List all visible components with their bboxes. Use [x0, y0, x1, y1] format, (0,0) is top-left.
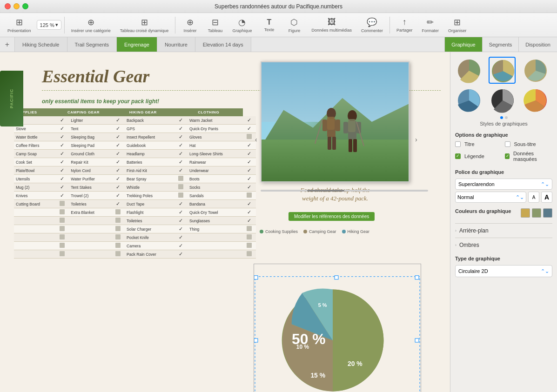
table-check-cell[interactable]: ✓	[174, 208, 188, 217]
table-check-cell[interactable]	[243, 242, 256, 250]
table-check-cell[interactable]: ✓	[174, 166, 188, 175]
table-check-cell[interactable]	[55, 200, 69, 208]
toolbar-pivot[interactable]: ⊞ Tableau croisé dynamique	[116, 16, 173, 34]
table-check-cell[interactable]: ✓	[112, 158, 125, 166]
table-check-cell[interactable]: ✓	[55, 192, 69, 200]
toolbar-formater[interactable]: ✏ Formater	[418, 16, 443, 34]
table-check-cell[interactable]	[112, 208, 125, 217]
chart-scrollbar[interactable]	[261, 189, 428, 192]
table-check-cell[interactable]	[243, 133, 256, 141]
table-check-cell[interactable]: ✓	[55, 166, 69, 175]
color-swatch-1[interactable]	[521, 208, 530, 218]
table-check-cell[interactable]: ✓	[174, 217, 188, 225]
table-check-cell[interactable]	[243, 233, 256, 242]
nav-right-arrow[interactable]: ›	[415, 136, 417, 143]
toolbar-graphique[interactable]: ◔ Graphique	[228, 16, 255, 34]
table-check-cell[interactable]: ✓	[174, 150, 188, 158]
font-size-large-button[interactable]: A	[541, 192, 552, 203]
toolbar-media[interactable]: 🖼 Données multimédias	[308, 16, 356, 34]
chart-style-3[interactable]	[522, 57, 549, 84]
minimize-button[interactable]	[13, 3, 20, 9]
table-check-cell[interactable]: ✓	[55, 175, 69, 183]
table-check-cell[interactable]	[55, 250, 69, 259]
table-check-cell[interactable]: ✓	[55, 183, 69, 192]
table-check-cell[interactable]	[55, 242, 69, 250]
table-check-cell[interactable]: ✓	[174, 233, 188, 242]
table-check-cell[interactable]	[112, 242, 125, 250]
table-check-cell[interactable]: ✓	[55, 141, 69, 150]
table-check-cell[interactable]: ✓	[112, 125, 125, 133]
table-check-cell[interactable]: ✓	[112, 192, 125, 200]
chart-style-5[interactable]	[489, 86, 516, 113]
option-donnees-checkbox[interactable]	[505, 153, 510, 159]
toolbar-insert[interactable]: ⊕ Insérer	[178, 16, 201, 34]
table-check-cell[interactable]: ✓	[243, 175, 256, 183]
table-check-cell[interactable]	[112, 250, 125, 259]
toolbar-insert-category[interactable]: ⊕ Insérer une catégorie	[67, 16, 114, 34]
table-check-cell[interactable]: ✓	[174, 200, 188, 208]
toolbar-texte[interactable]: T Texte	[257, 17, 281, 33]
color-swatch-2[interactable]	[532, 208, 541, 218]
table-check-cell[interactable]: ✓	[243, 200, 256, 208]
tab-elevation[interactable]: Elevation 14 days	[195, 37, 251, 52]
tab-engrenage[interactable]: Engrenage	[117, 37, 157, 52]
tab-add-button[interactable]: +	[0, 37, 15, 52]
table-check-cell[interactable]	[55, 225, 69, 233]
table-check-cell[interactable]: ✓	[243, 116, 256, 125]
style-dot-1[interactable]	[500, 116, 503, 119]
table-check-cell[interactable]: ✓	[112, 133, 125, 141]
table-check-cell[interactable]	[243, 225, 256, 233]
table-check-cell[interactable]: ✓	[174, 158, 188, 166]
close-button[interactable]	[5, 3, 11, 9]
toolbar-presentation[interactable]: ⊞ Présentation	[4, 16, 35, 34]
table-check-cell[interactable]: ✓	[243, 158, 256, 166]
table-check-cell[interactable]: ✓	[174, 242, 188, 250]
type-dropdown[interactable]: Circulaire 2D ⌃⌄	[455, 265, 552, 277]
table-check-cell[interactable]	[174, 183, 188, 192]
font-name-select[interactable]: Superclarendon ⌃⌄	[455, 179, 552, 190]
chart-style-4[interactable]	[455, 86, 482, 113]
chart-edit-button[interactable]: Modifier les références des données	[289, 212, 375, 221]
toolbar-organiser[interactable]: ⊞ Organiser	[444, 16, 470, 34]
table-check-cell[interactable]: ✓	[112, 150, 125, 158]
tab-disposition-right[interactable]: Disposition	[518, 37, 557, 52]
table-check-cell[interactable]: ✓	[55, 158, 69, 166]
table-check-cell[interactable]: ✓	[112, 200, 125, 208]
table-check-cell[interactable]: ✓	[243, 208, 256, 217]
font-style-select[interactable]: Normal ⌃⌄	[455, 192, 526, 203]
chart-style-6[interactable]	[522, 86, 549, 113]
table-check-cell[interactable]	[55, 233, 69, 242]
table-check-cell[interactable]: ✓	[243, 183, 256, 192]
table-check-cell[interactable]	[112, 217, 125, 225]
table-check-cell[interactable]: ✓	[112, 183, 125, 192]
color-swatch-3[interactable]	[543, 208, 552, 218]
window-controls[interactable]	[5, 3, 28, 9]
table-check-cell[interactable]	[112, 233, 125, 242]
ombres-section[interactable]: › Ombres	[455, 238, 552, 252]
chart-area[interactable]: 50 % 20 % 15 % 10 % 5 %	[254, 264, 421, 392]
nav-left-arrow[interactable]: ‹	[255, 136, 257, 143]
toolbar-commenter[interactable]: 💬 Commenter	[357, 16, 387, 34]
tab-nourriture[interactable]: Nourriture	[157, 37, 195, 52]
table-check-cell[interactable]	[174, 175, 188, 183]
table-check-cell[interactable]: ✓	[243, 125, 256, 133]
style-dot-2[interactable]	[505, 116, 508, 119]
table-check-cell[interactable]: ✓	[112, 175, 125, 183]
table-check-cell[interactable]	[55, 217, 69, 225]
table-check-cell[interactable]: ✓	[243, 166, 256, 175]
table-check-cell[interactable]: ✓	[112, 141, 125, 150]
table-check-cell[interactable]: ✓	[112, 116, 125, 125]
table-check-cell[interactable]: ✓	[55, 125, 69, 133]
tab-hiking-schedule[interactable]: Hiking Schedule	[15, 37, 67, 52]
toolbar-tableau[interactable]: ⊟ Tableau	[203, 16, 227, 34]
maximize-button[interactable]	[22, 3, 28, 9]
table-check-cell[interactable]	[174, 192, 188, 200]
table-check-cell[interactable]: ✓	[112, 166, 125, 175]
table-check-cell[interactable]: ✓	[174, 116, 188, 125]
tab-graphique-right[interactable]: Graphique	[444, 37, 482, 52]
table-check-cell[interactable]: ✓	[174, 250, 188, 259]
table-check-cell[interactable]: ✓	[174, 125, 188, 133]
option-titre-checkbox[interactable]	[455, 141, 461, 147]
tab-segments-right[interactable]: Segments	[482, 37, 519, 52]
table-check-cell[interactable]	[243, 192, 256, 200]
